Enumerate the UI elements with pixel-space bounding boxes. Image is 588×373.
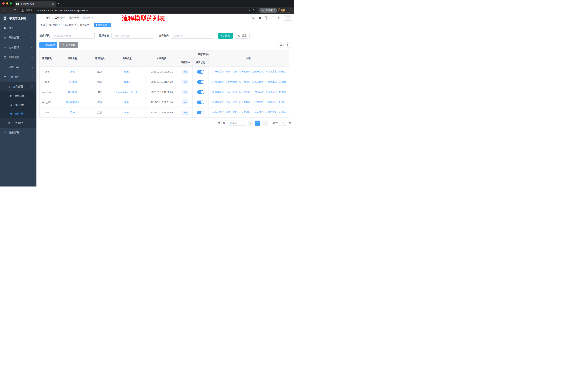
prev-page-button[interactable]: ‹ [248,121,253,126]
row-action-delete[interactable]: 删除 [279,80,286,83]
row-action-edit[interactable]: 修改流程 [212,111,224,114]
github-icon[interactable] [258,16,261,19]
row-action-definition[interactable]: 流程定义 [265,91,277,94]
version-badge[interactable]: v4 [182,100,189,104]
row-action-design[interactable]: 设计流程 [225,70,237,73]
active-toggle[interactable] [197,70,204,74]
sidebar-item-11[interactable]: 请假查询 [0,128,36,138]
process-name-link[interactable]: 滔博 [70,111,75,114]
row-action-edit[interactable]: 修改流程 [212,91,224,94]
sidebar-logo[interactable]: 芋道管理系统 [0,14,36,23]
active-toggle[interactable] [197,90,204,94]
row-action-definition[interactable]: 流程定义 [265,111,277,114]
row-action-edit[interactable]: 修改流程 [212,80,224,83]
row-action-delete[interactable]: 删除 [279,91,286,94]
help-icon[interactable]: ? [265,16,268,20]
process-name-link[interactable]: 测试多审批人 [65,101,80,104]
row-action-publish[interactable]: 发布流程 [252,91,263,94]
search-icon[interactable] [252,16,255,19]
row-action-publish[interactable]: 发布流程 [252,111,263,114]
url-text[interactable]: dashboard.yudao.iocoder.cn/bpm/manager/m… [36,9,88,12]
process-name-link[interactable]: OA 请假 [68,91,77,93]
tag-2[interactable]: 我的流程× [63,23,78,27]
active-toggle[interactable] [197,111,204,114]
row-action-design[interactable]: 设计流程 [225,80,237,83]
row-action-edit[interactable]: 修改流程 [212,101,224,104]
collapse-sidebar-icon[interactable] [39,17,42,19]
form-link[interactable]: biubiu [124,111,130,114]
row-action-assign[interactable]: 分配规则 [239,111,250,114]
fullscreen-icon[interactable] [271,16,274,19]
tag-close-icon[interactable]: × [74,24,76,26]
breadcrumb-item[interactable]: 流程管理 [69,16,79,20]
goto-page-input[interactable] [279,121,287,126]
form-link[interactable]: biubiu [124,101,130,104]
toggle-search-button[interactable] [278,42,284,48]
version-badge[interactable]: v17 [182,70,189,74]
active-toggle[interactable] [197,101,204,104]
breadcrumb-item[interactable]: 工作流程 [55,16,65,20]
sidebar-item-4[interactable]: 研发工具 [0,62,36,72]
row-action-edit[interactable]: 修改流程 [212,70,224,73]
row-action-assign[interactable]: 分配规则 [239,91,250,94]
category-select[interactable]: 流程分类 [171,33,214,39]
tag-3[interactable]: 流程表单× [79,23,93,27]
sidebar-item-10[interactable]: 任务管理 [0,118,36,128]
sidebar-item-7[interactable]: 流程表单 [0,91,36,100]
row-action-assign[interactable]: 分配规则 [239,70,250,73]
row-action-design[interactable]: 设计流程 [225,111,237,114]
row-action-publish[interactable]: 发布流程 [252,80,263,83]
close-window-button[interactable] [2,2,5,5]
sidebar-item-3[interactable]: 基础设施 [0,52,36,62]
row-action-assign[interactable]: 分配规则 [239,101,250,104]
import-process-button[interactable]: 导入流程 [59,42,78,48]
active-toggle[interactable] [197,80,204,84]
row-action-design[interactable]: 设计流程 [225,91,237,94]
minimize-window-button[interactable] [6,2,8,5]
sidebar-item-5[interactable]: 工作流程 [0,72,36,82]
row-action-delete[interactable]: 删除 [279,111,286,114]
tag-close-icon[interactable]: × [108,24,109,26]
row-action-delete[interactable]: 删除 [279,101,286,104]
reload-button[interactable] [12,8,18,13]
breadcrumb-item[interactable]: 首页 [46,16,51,20]
sidebar-item-2[interactable]: ¥支付管理 [0,43,36,52]
security-label[interactable]: 不安全 [26,9,33,12]
process-key-input[interactable] [52,33,94,39]
version-badge[interactable]: v21 [182,111,189,115]
page-number-1[interactable]: 1 [255,121,260,126]
process-name-link[interactable]: eeee [70,70,75,73]
row-action-publish[interactable]: 发布流程 [252,101,263,104]
sidebar-item-8[interactable]: 用户分组 [0,100,36,109]
tag-4[interactable]: 流程模型× [94,23,111,27]
row-action-definition[interactable]: 流程定义 [265,80,277,83]
password-key-icon[interactable] [248,9,251,12]
form-link[interactable]: biubiu [124,70,130,73]
new-tab-button[interactable]: + [57,2,59,6]
row-action-delete[interactable]: 删除 [279,70,286,73]
tab-close-icon[interactable]: × [52,2,54,5]
row-action-definition[interactable]: 流程定义 [265,70,277,73]
back-button[interactable]: ← [1,8,7,13]
row-action-definition[interactable]: 流程定义 [265,101,277,104]
sidebar-item-6[interactable]: 流程管理 [0,82,36,91]
version-badge[interactable]: v5 [182,90,189,94]
form-link[interactable]: /bpm/oa/leave/create [116,91,138,93]
tag-close-icon[interactable]: × [90,24,91,26]
bookmark-star-icon[interactable] [252,9,255,12]
sidebar-item-1[interactable]: 系统管理 [0,33,36,43]
next-page-button[interactable]: › [262,121,268,126]
row-action-publish[interactable]: 发布流程 [252,70,263,73]
process-name-input[interactable] [111,33,154,39]
tag-0[interactable]: 首页 [39,23,47,27]
forward-button[interactable]: → [7,8,12,13]
form-link[interactable]: biubiu [124,81,130,83]
tag-close-icon[interactable]: × [59,24,61,26]
row-action-design[interactable]: 设计流程 [225,101,237,104]
page-size-select[interactable]: 10条/页 [228,121,246,126]
user-avatar[interactable] [284,15,292,20]
browser-menu-icon[interactable]: ⋮ [287,9,289,12]
chrome-update-button[interactable]: 更新 ⋮ [278,8,292,13]
create-process-button[interactable]: ＋ 新建流程 [39,42,57,48]
version-badge[interactable]: v2 [182,80,189,84]
